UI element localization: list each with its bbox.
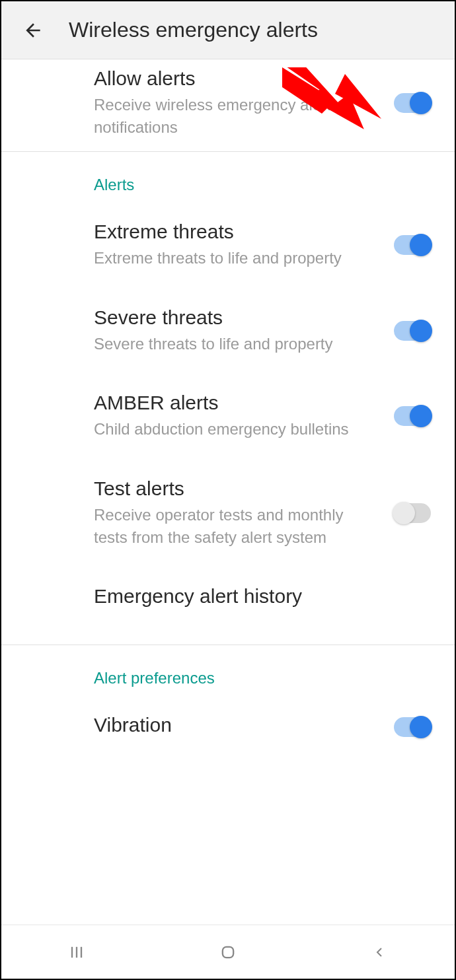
test-alerts-text: Test alerts Receive operator tests and m… [94, 477, 394, 548]
extreme-threats-item[interactable]: Extreme threats Extreme threats to life … [1, 202, 455, 288]
amber-alerts-toggle[interactable] [394, 406, 431, 426]
severe-threats-toggle[interactable] [394, 321, 431, 341]
emergency-history-item[interactable]: Emergency alert history [1, 567, 455, 645]
extreme-threats-text: Extreme threats Extreme threats to life … [94, 221, 394, 269]
vibration-title: Vibration [94, 714, 381, 736]
home-button[interactable] [215, 939, 241, 965]
preferences-section-header: Alert preferences [1, 645, 455, 695]
emergency-history-title: Emergency alert history [94, 585, 418, 608]
allow-alerts-desc: Receive wireless emergency alert notific… [94, 94, 381, 138]
severe-threats-item[interactable]: Severe threats Severe threats to life an… [1, 288, 455, 374]
extreme-threats-toggle[interactable] [394, 235, 431, 255]
chevron-left-icon [371, 944, 387, 960]
emergency-history-text: Emergency alert history [94, 585, 431, 612]
allow-alerts-toggle[interactable] [394, 93, 431, 113]
test-alerts-title: Test alerts [94, 477, 381, 500]
nav-back-button[interactable] [366, 939, 393, 965]
home-icon [219, 943, 237, 962]
vibration-toggle[interactable] [394, 717, 431, 737]
test-alerts-desc: Receive operator tests and monthly tests… [94, 504, 381, 548]
app-header: Wireless emergency alerts [1, 1, 455, 59]
toggle-knob [410, 234, 432, 256]
extreme-threats-title: Extreme threats [94, 221, 381, 243]
recents-button[interactable] [63, 939, 90, 965]
severe-threats-desc: Severe threats to life and property [94, 333, 381, 355]
extreme-threats-desc: Extreme threats to life and property [94, 247, 381, 269]
svg-rect-6 [223, 946, 233, 957]
back-button[interactable] [21, 18, 45, 42]
vibration-item[interactable]: Vibration [1, 695, 455, 759]
amber-alerts-desc: Child abduction emergency bulletins [94, 418, 381, 440]
allow-alerts-title: Allow alerts [94, 67, 381, 90]
severe-threats-text: Severe threats Severe threats to life an… [94, 306, 394, 355]
amber-alerts-title: AMBER alerts [94, 392, 381, 414]
toggle-knob [410, 716, 432, 738]
test-alerts-toggle[interactable] [394, 503, 431, 523]
page-title: Wireless emergency alerts [69, 18, 318, 42]
toggle-knob [393, 502, 415, 524]
amber-alerts-text: AMBER alerts Child abduction emergency b… [94, 392, 394, 440]
arrow-left-icon [22, 20, 44, 41]
recents-icon [67, 943, 86, 962]
severe-threats-title: Severe threats [94, 306, 381, 329]
toggle-knob [410, 320, 432, 342]
toggle-knob [410, 405, 432, 427]
alerts-section-header: Alerts [1, 152, 455, 202]
toggle-knob [410, 92, 432, 114]
allow-alerts-item[interactable]: Allow alerts Receive wireless emergency … [1, 59, 455, 151]
allow-alerts-text: Allow alerts Receive wireless emergency … [94, 67, 394, 138]
navigation-bar [1, 925, 455, 979]
amber-alerts-item[interactable]: AMBER alerts Child abduction emergency b… [1, 373, 455, 459]
test-alerts-item[interactable]: Test alerts Receive operator tests and m… [1, 459, 455, 567]
vibration-text: Vibration [94, 714, 394, 740]
